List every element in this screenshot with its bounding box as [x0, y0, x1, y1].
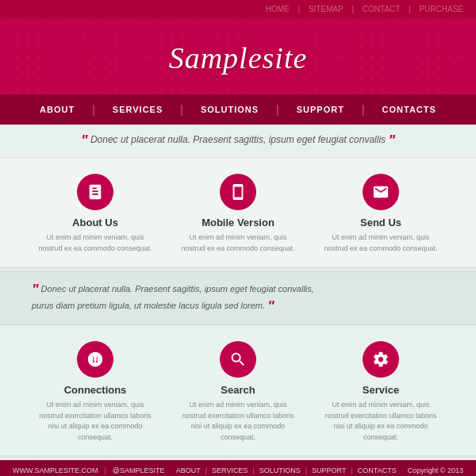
quote-open-1: " [81, 132, 88, 148]
footer-nav-solutions[interactable]: SOLUTIONS [259, 466, 301, 474]
feature-card-mobile: Mobile Version Ut enim ad minim veniam, … [171, 174, 305, 254]
about-icon [77, 174, 113, 210]
footer-copyright: Copyright © 2013 [408, 466, 463, 474]
feature-card-send: Send Us Ut enim ad minim veniam, quis no… [313, 174, 448, 254]
nav-solutions[interactable]: SOLUTIONS [183, 105, 276, 114]
main-nav: ABOUT | SERVICES | SOLUTIONS | SUPPORT |… [0, 94, 476, 125]
feature-title-about: About Us [34, 217, 156, 228]
topbar-link-contact[interactable]: CONTACT [363, 5, 400, 13]
quote-bar-2: " Donec ut placerat nulla. Praesent sagi… [0, 271, 476, 325]
feature-title-service: Service [320, 384, 442, 396]
feature-card-service: Service Ut enim ad minim veniam, quis no… [313, 341, 448, 443]
feature-text-mobile: Ut enim ad minim veniam, quis nostrud ex… [177, 232, 299, 254]
search-icon [220, 341, 256, 378]
hero-title: Samplesite [0, 40, 476, 75]
quote-text-1: Donec ut placerat nulla. Praesent sagitt… [90, 134, 386, 145]
topbar-link-sitemap[interactable]: SITEMAP [309, 5, 344, 13]
nav-contacts[interactable]: CONTACTS [365, 105, 454, 114]
footer-social: @SAMPLESITE [113, 466, 165, 474]
footer: WWW.SAMPLESITE.COM | @SAMPLESITE ABOUT |… [0, 460, 476, 476]
quote-close-1: " [388, 132, 395, 148]
mobile-icon [220, 174, 256, 210]
footer-nav-about[interactable]: ABOUT [176, 466, 201, 474]
feature-title-mobile: Mobile Version [177, 217, 299, 228]
footer-site: WWW.SAMPLESITE.COM [13, 466, 98, 474]
quote-bar-1: " Donec ut placerat nulla. Praesent sagi… [0, 125, 476, 158]
feature-text-connections: Ut enim ad minim veniam, quis nostrud ex… [34, 400, 156, 443]
nav-about[interactable]: ABOUT [22, 105, 92, 114]
footer-left: WWW.SAMPLESITE.COM | @SAMPLESITE [13, 466, 165, 474]
feature-card-search: Search Ut enim ad minim veniam, quis nos… [171, 341, 305, 443]
nav-support[interactable]: SUPPORT [279, 105, 362, 114]
feature-text-send: Ut enim ad minim veniam, quis nostrud ex… [320, 232, 442, 254]
feature-text-about: Ut enim ad minim veniam, quis nostrud ex… [34, 232, 156, 254]
nav-services[interactable]: SERVICES [95, 105, 180, 114]
features-section-1: About Us Ut enim ad minim veniam, quis n… [0, 158, 476, 267]
feature-title-search: Search [177, 384, 299, 396]
feature-card-about: About Us Ut enim ad minim veniam, quis n… [28, 174, 163, 254]
feature-text-service: Ut enim ad minim veniam, quis nostrud ex… [320, 400, 442, 443]
feature-title-send: Send Us [320, 217, 442, 228]
footer-nav-support[interactable]: SUPPORT [312, 466, 346, 474]
footer-nav: ABOUT | SERVICES | SOLUTIONS | SUPPORT |… [176, 466, 397, 474]
topbar-link-purchase[interactable]: PURCHASE [419, 5, 463, 13]
connections-icon [77, 341, 113, 378]
feature-title-connections: Connections [34, 384, 156, 396]
footer-nav-contacts[interactable]: CONTACTS [358, 466, 397, 474]
topbar-link-home[interactable]: HOME [266, 5, 290, 13]
topbar-sep1: | [298, 5, 302, 13]
topbar-sep2: | [351, 5, 355, 13]
quote-open-2: " [32, 282, 39, 298]
feature-text-search: Ut enim ad minim veniam, quis nostrud ex… [177, 400, 299, 443]
quote-close-2: " [267, 298, 274, 314]
send-icon [363, 174, 399, 210]
top-bar: HOME | SITEMAP | CONTACT | PURCHASE [0, 0, 476, 18]
features-section-2: Connections Ut enim ad minim veniam, qui… [0, 325, 476, 455]
footer-nav-services[interactable]: SERVICES [212, 466, 248, 474]
hero-section: Samplesite [0, 18, 476, 94]
topbar-sep3: | [409, 5, 413, 13]
service-icon [363, 341, 399, 378]
feature-card-connections: Connections Ut enim ad minim veniam, qui… [28, 341, 163, 443]
footer-sep-social: | [105, 466, 106, 474]
